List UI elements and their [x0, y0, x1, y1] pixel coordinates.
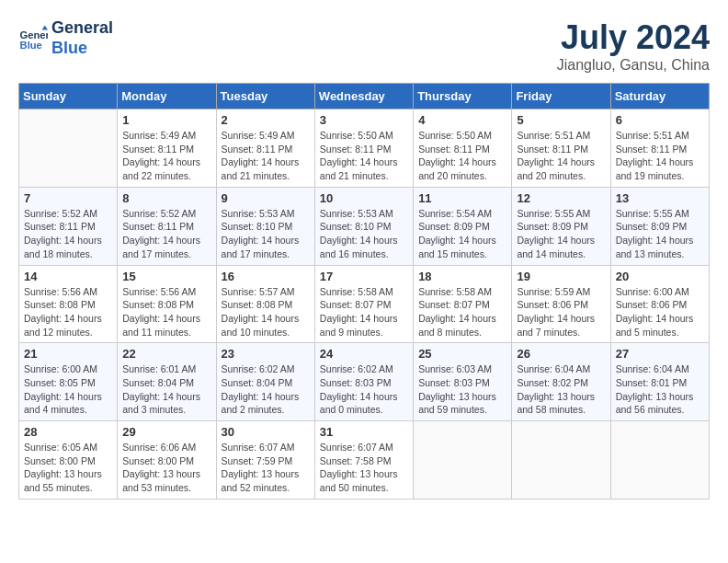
- calendar-cell: 14Sunrise: 5:56 AM Sunset: 8:08 PM Dayli…: [19, 265, 118, 343]
- calendar-cell: 7Sunrise: 5:52 AM Sunset: 8:11 PM Daylig…: [19, 187, 118, 265]
- calendar-table: SundayMondayTuesdayWednesdayThursdayFrid…: [18, 83, 710, 500]
- calendar-cell: 16Sunrise: 5:57 AM Sunset: 8:08 PM Dayli…: [216, 265, 314, 343]
- day-number: 27: [616, 347, 704, 361]
- calendar-cell: 25Sunrise: 6:03 AM Sunset: 8:03 PM Dayli…: [414, 343, 512, 421]
- day-info: Sunrise: 5:52 AM Sunset: 8:11 PM Dayligh…: [24, 207, 112, 261]
- day-number: 6: [616, 113, 704, 127]
- weekday-header: Friday: [512, 84, 610, 109]
- day-number: 19: [517, 270, 605, 283]
- day-number: 8: [122, 191, 210, 205]
- day-number: 15: [122, 270, 210, 283]
- calendar-cell: [610, 421, 709, 500]
- day-info: Sunrise: 6:04 AM Sunset: 8:01 PM Dayligh…: [616, 362, 704, 417]
- day-number: 28: [24, 425, 112, 439]
- calendar-week-row: 28Sunrise: 6:05 AM Sunset: 8:00 PM Dayli…: [19, 421, 710, 500]
- calendar-cell: 17Sunrise: 5:58 AM Sunset: 8:07 PM Dayli…: [314, 265, 413, 343]
- svg-text:Blue: Blue: [20, 40, 42, 51]
- calendar-cell: 15Sunrise: 5:56 AM Sunset: 8:08 PM Dayli…: [118, 265, 216, 343]
- logo-text-line1: General: [51, 18, 113, 39]
- day-number: 25: [418, 347, 506, 361]
- weekday-header: Monday: [118, 84, 216, 109]
- day-number: 4: [418, 113, 506, 127]
- calendar-cell: [19, 109, 118, 188]
- svg-marker-2: [42, 25, 48, 29]
- day-info: Sunrise: 5:56 AM Sunset: 8:08 PM Dayligh…: [122, 285, 210, 339]
- calendar-cell: 10Sunrise: 5:53 AM Sunset: 8:10 PM Dayli…: [314, 187, 413, 265]
- weekday-header: Saturday: [610, 84, 709, 109]
- day-info: Sunrise: 6:00 AM Sunset: 8:06 PM Dayligh…: [616, 285, 704, 339]
- day-number: 18: [418, 270, 506, 283]
- day-info: Sunrise: 5:49 AM Sunset: 8:11 PM Dayligh…: [122, 129, 210, 183]
- day-info: Sunrise: 6:07 AM Sunset: 7:59 PM Dayligh…: [222, 441, 310, 495]
- day-number: 20: [616, 270, 704, 283]
- logo-text-line2: Blue: [51, 39, 113, 59]
- day-info: Sunrise: 5:53 AM Sunset: 8:10 PM Dayligh…: [320, 207, 408, 261]
- day-info: Sunrise: 5:55 AM Sunset: 8:09 PM Dayligh…: [616, 207, 704, 261]
- title-area: July 2024 Jiangluo, Gansu, China: [557, 18, 710, 74]
- day-number: 23: [222, 347, 310, 361]
- page-header: General Blue General Blue July 2024 Jian…: [18, 18, 710, 74]
- day-number: 11: [418, 191, 506, 205]
- calendar-cell: [512, 421, 610, 500]
- weekday-header: Wednesday: [314, 84, 413, 109]
- day-info: Sunrise: 5:52 AM Sunset: 8:11 PM Dayligh…: [122, 207, 210, 261]
- day-info: Sunrise: 5:53 AM Sunset: 8:10 PM Dayligh…: [222, 207, 310, 261]
- day-number: 26: [517, 347, 605, 361]
- calendar-week-row: 1Sunrise: 5:49 AM Sunset: 8:11 PM Daylig…: [19, 109, 710, 188]
- svg-text:General: General: [20, 29, 48, 40]
- day-number: 31: [320, 425, 408, 439]
- day-number: 5: [517, 113, 605, 127]
- calendar-cell: 22Sunrise: 6:01 AM Sunset: 8:04 PM Dayli…: [118, 343, 216, 421]
- day-info: Sunrise: 5:59 AM Sunset: 8:06 PM Dayligh…: [517, 285, 605, 339]
- day-info: Sunrise: 5:56 AM Sunset: 8:08 PM Dayligh…: [24, 285, 112, 339]
- calendar-cell: 12Sunrise: 5:55 AM Sunset: 8:09 PM Dayli…: [512, 187, 610, 265]
- day-info: Sunrise: 5:57 AM Sunset: 8:08 PM Dayligh…: [222, 285, 310, 339]
- day-number: 12: [517, 191, 605, 205]
- calendar-cell: 13Sunrise: 5:55 AM Sunset: 8:09 PM Dayli…: [610, 187, 709, 265]
- calendar-cell: 26Sunrise: 6:04 AM Sunset: 8:02 PM Dayli…: [512, 343, 610, 421]
- day-number: 16: [222, 270, 310, 283]
- day-number: 14: [24, 270, 112, 283]
- month-title: July 2024: [557, 18, 710, 57]
- calendar-cell: 21Sunrise: 6:00 AM Sunset: 8:05 PM Dayli…: [19, 343, 118, 421]
- logo-icon: General Blue: [18, 24, 48, 53]
- calendar-cell: 11Sunrise: 5:54 AM Sunset: 8:09 PM Dayli…: [414, 187, 512, 265]
- calendar-cell: 20Sunrise: 6:00 AM Sunset: 8:06 PM Dayli…: [610, 265, 709, 343]
- day-info: Sunrise: 5:58 AM Sunset: 8:07 PM Dayligh…: [418, 285, 506, 339]
- weekday-header: Thursday: [414, 84, 512, 109]
- day-number: 21: [24, 347, 112, 361]
- day-number: 3: [320, 113, 408, 127]
- day-number: 13: [616, 191, 704, 205]
- day-info: Sunrise: 6:01 AM Sunset: 8:04 PM Dayligh…: [122, 362, 210, 417]
- calendar-cell: 18Sunrise: 5:58 AM Sunset: 8:07 PM Dayli…: [414, 265, 512, 343]
- day-number: 1: [122, 113, 210, 127]
- day-info: Sunrise: 5:55 AM Sunset: 8:09 PM Dayligh…: [517, 207, 605, 261]
- day-info: Sunrise: 6:05 AM Sunset: 8:00 PM Dayligh…: [24, 441, 112, 495]
- day-info: Sunrise: 6:02 AM Sunset: 8:04 PM Dayligh…: [222, 362, 310, 417]
- calendar-cell: 30Sunrise: 6:07 AM Sunset: 7:59 PM Dayli…: [216, 421, 314, 500]
- calendar-cell: 29Sunrise: 6:06 AM Sunset: 8:00 PM Dayli…: [118, 421, 216, 500]
- calendar-cell: 31Sunrise: 6:07 AM Sunset: 7:58 PM Dayli…: [314, 421, 413, 500]
- day-info: Sunrise: 5:49 AM Sunset: 8:11 PM Dayligh…: [222, 129, 310, 183]
- day-info: Sunrise: 6:06 AM Sunset: 8:00 PM Dayligh…: [122, 441, 210, 495]
- logo: General Blue General Blue: [18, 18, 113, 58]
- calendar-cell: 19Sunrise: 5:59 AM Sunset: 8:06 PM Dayli…: [512, 265, 610, 343]
- calendar-cell: 9Sunrise: 5:53 AM Sunset: 8:10 PM Daylig…: [216, 187, 314, 265]
- weekday-header: Tuesday: [216, 84, 314, 109]
- day-info: Sunrise: 5:54 AM Sunset: 8:09 PM Dayligh…: [418, 207, 506, 261]
- day-number: 2: [222, 113, 310, 127]
- calendar-cell: 2Sunrise: 5:49 AM Sunset: 8:11 PM Daylig…: [216, 109, 314, 188]
- day-info: Sunrise: 5:51 AM Sunset: 8:11 PM Dayligh…: [616, 129, 704, 183]
- location-label: Jiangluo, Gansu, China: [557, 57, 710, 74]
- calendar-cell: 24Sunrise: 6:02 AM Sunset: 8:03 PM Dayli…: [314, 343, 413, 421]
- calendar-cell: 6Sunrise: 5:51 AM Sunset: 8:11 PM Daylig…: [610, 109, 709, 188]
- calendar-cell: 28Sunrise: 6:05 AM Sunset: 8:00 PM Dayli…: [19, 421, 118, 500]
- day-info: Sunrise: 6:04 AM Sunset: 8:02 PM Dayligh…: [517, 362, 605, 417]
- calendar-header-row: SundayMondayTuesdayWednesdayThursdayFrid…: [19, 84, 710, 109]
- day-info: Sunrise: 5:50 AM Sunset: 8:11 PM Dayligh…: [418, 129, 506, 183]
- day-number: 10: [320, 191, 408, 205]
- calendar-cell: 8Sunrise: 5:52 AM Sunset: 8:11 PM Daylig…: [118, 187, 216, 265]
- day-number: 7: [24, 191, 112, 205]
- day-info: Sunrise: 5:50 AM Sunset: 8:11 PM Dayligh…: [320, 129, 408, 183]
- weekday-header: Sunday: [19, 84, 118, 109]
